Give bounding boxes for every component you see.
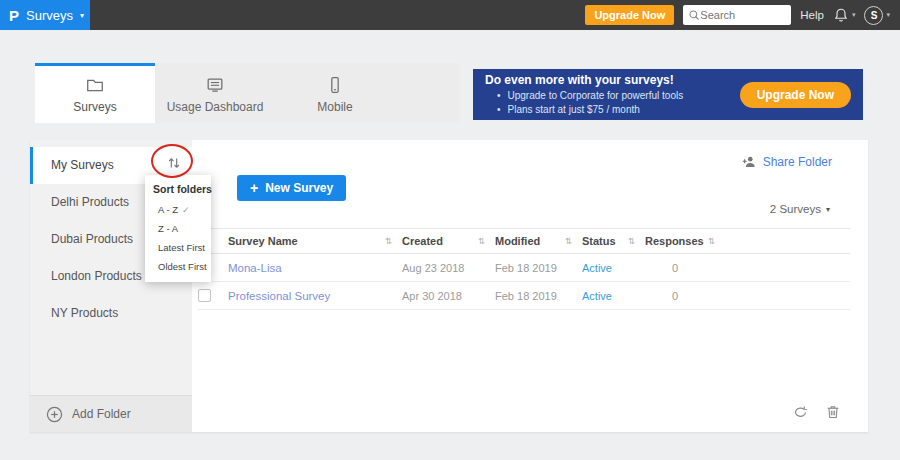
restore-icon[interactable]: [792, 404, 809, 420]
folder-icon: [85, 75, 105, 95]
search-icon: [688, 9, 700, 21]
product-menu-label: Surveys: [26, 8, 73, 23]
new-survey-button[interactable]: + New Survey: [237, 175, 346, 201]
add-person-icon: [741, 154, 757, 169]
column-sort-icon[interactable]: ⇅: [565, 236, 572, 246]
sort-option-latest-first[interactable]: Latest First: [145, 238, 211, 257]
section-tabs: Surveys Usage Dashboard Mobile: [35, 63, 459, 123]
product-menu[interactable]: P Surveys ▾: [0, 0, 90, 30]
sort-folders-menu: Sort folders A - Z✓ Z - A Latest First O…: [145, 175, 211, 282]
column-sort-icon[interactable]: ⇅: [628, 236, 635, 246]
survey-list-pane: Share Folder + New Survey 2 Surveys ▾ Su…: [192, 140, 868, 432]
check-icon: ✓: [182, 205, 190, 215]
column-header-responses[interactable]: Responses⇅: [645, 235, 725, 247]
survey-table: Survey Name⇅ Created⇅ Modified⇅ Status⇅ …: [198, 228, 850, 310]
promo-title: Do even more with your surveys!: [485, 73, 683, 87]
column-header-status[interactable]: Status⇅: [582, 235, 645, 247]
sidebar-item-ny-products[interactable]: NY Products: [30, 295, 192, 332]
chevron-down-icon: ▾: [852, 11, 856, 19]
responses-count: 0: [645, 262, 705, 274]
row-checkbox[interactable]: [198, 289, 211, 302]
column-header-survey-name[interactable]: Survey Name⇅: [228, 235, 402, 247]
plus-icon: +: [250, 180, 258, 196]
share-folder-button[interactable]: Share Folder: [741, 154, 832, 169]
tab-surveys[interactable]: Surveys: [35, 63, 155, 123]
bell-icon: [833, 7, 849, 23]
column-sort-icon[interactable]: ⇅: [708, 236, 715, 246]
promo-text: Do even more with your surveys! Upgrade …: [485, 73, 683, 117]
modified-date: Feb 18 2019: [495, 262, 582, 274]
table-header-row: Survey Name⇅ Created⇅ Modified⇅ Status⇅ …: [198, 228, 850, 254]
column-header-modified[interactable]: Modified⇅: [495, 235, 582, 247]
global-search[interactable]: [683, 5, 791, 25]
tab-label: Mobile: [317, 100, 352, 114]
sort-option-a-z[interactable]: A - Z✓: [145, 200, 211, 219]
add-folder-label: Add Folder: [72, 407, 131, 421]
tab-label: Usage Dashboard: [167, 100, 264, 114]
surveys-panel: My Surveys Delhi Products Dubai Products…: [30, 140, 868, 432]
sort-option-z-a[interactable]: Z - A: [145, 219, 211, 238]
banner-upgrade-button[interactable]: Upgrade Now: [740, 82, 851, 108]
sort-arrows-icon: [166, 155, 182, 171]
sort-option-oldest-first[interactable]: Oldest First: [145, 257, 211, 276]
mobile-icon: [325, 75, 345, 95]
column-sort-icon[interactable]: ⇅: [478, 236, 485, 246]
survey-name-link[interactable]: Professional Survey: [228, 290, 402, 302]
table-row: Professional Survey Apr 30 2018 Feb 18 2…: [198, 282, 850, 310]
created-date: Apr 30 2018: [402, 290, 495, 302]
survey-count-dropdown[interactable]: 2 Surveys ▾: [770, 203, 830, 215]
help-link[interactable]: Help: [800, 9, 824, 21]
sidebar-spacer: [30, 140, 192, 147]
topbar: P Surveys ▾ Upgrade Now Help ▾ S ▾: [0, 0, 900, 30]
column-header-created[interactable]: Created⇅: [402, 235, 495, 247]
plus-circle-icon: [46, 406, 63, 423]
sort-folders-button[interactable]: [161, 151, 187, 175]
trash-icon[interactable]: [825, 404, 841, 420]
modified-date: Feb 18 2019: [495, 290, 582, 302]
account-menu[interactable]: S ▾: [864, 6, 890, 25]
tab-label: Surveys: [73, 100, 116, 114]
notifications-menu[interactable]: ▾: [833, 7, 856, 23]
table-row: Mona-Lisa Aug 23 2018 Feb 18 2019 Active…: [198, 254, 850, 282]
sort-menu-title: Sort folders: [145, 179, 211, 200]
status-link[interactable]: Active: [582, 290, 645, 302]
promo-bullet: Plans start at just $75 / month: [497, 103, 683, 117]
promo-banner: Do even more with your surveys! Upgrade …: [473, 69, 863, 120]
created-date: Aug 23 2018: [402, 262, 495, 274]
column-sort-icon[interactable]: ⇅: [385, 236, 392, 246]
survey-count-label: 2 Surveys: [770, 203, 821, 215]
chevron-down-icon: ▾: [886, 11, 890, 19]
avatar: S: [864, 6, 883, 25]
share-folder-label: Share Folder: [763, 155, 832, 169]
app-logo: P: [9, 7, 19, 24]
topbar-actions: Upgrade Now Help ▾ S ▾: [585, 0, 890, 30]
responses-count: 0: [645, 290, 705, 302]
promo-bullet: Upgrade to Corporate for powerful tools: [497, 89, 683, 103]
dashboard-icon: [205, 75, 225, 95]
tab-mobile[interactable]: Mobile: [275, 63, 395, 123]
search-input[interactable]: [700, 9, 780, 21]
status-link[interactable]: Active: [582, 262, 645, 274]
upgrade-now-button[interactable]: Upgrade Now: [585, 5, 674, 25]
add-folder-button[interactable]: Add Folder: [30, 395, 192, 432]
chevron-down-icon: ▾: [80, 11, 84, 20]
tab-usage-dashboard[interactable]: Usage Dashboard: [155, 63, 275, 123]
list-footer-actions: [792, 404, 841, 420]
chevron-down-icon: ▾: [826, 205, 830, 214]
new-survey-label: New Survey: [265, 181, 333, 195]
survey-name-link[interactable]: Mona-Lisa: [228, 262, 402, 274]
